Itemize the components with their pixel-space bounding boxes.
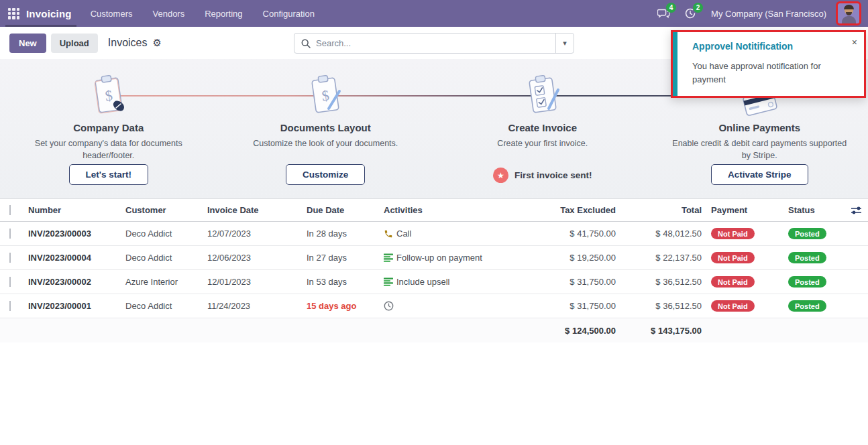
activities-badge: 2 [693, 3, 703, 13]
payment-status-badge: Not Paid [711, 276, 755, 288]
step-description: Enable credit & debit card payments supp… [669, 137, 850, 164]
cell-tax-excluded: $ 41,750.00 [517, 229, 617, 239]
row-checkbox[interactable] [9, 253, 11, 263]
col-tax-excluded[interactable]: Tax Excluded [517, 205, 617, 215]
activate-stripe-button[interactable]: Activate Stripe [711, 164, 808, 185]
col-invoice-date[interactable]: Invoice Date [206, 205, 305, 215]
invoice-row[interactable]: INV/2023/00004 Deco Addict 12/06/2023 In… [0, 246, 868, 270]
search-bar: ▾ [294, 33, 574, 54]
avatar-image [838, 3, 859, 23]
cell-number: INV/2023/00002 [27, 277, 124, 287]
step-title: Create Invoice [508, 122, 577, 133]
col-status[interactable]: Status [780, 205, 844, 215]
company-switcher[interactable]: My Company (San Francisco) [711, 9, 826, 19]
approval-notification-popup: Approvel Notitification × You have appro… [671, 30, 866, 98]
col-activities[interactable]: Activities [382, 205, 517, 215]
app-name[interactable]: Invoicing [26, 8, 72, 19]
step-done-label: First invoice sent! [514, 170, 592, 180]
onboarding-step-create-invoice: Create Invoice Create your first invoice… [434, 74, 651, 198]
clipboard-dollar-icon: $ [305, 74, 346, 117]
notification-close-icon[interactable]: × [852, 38, 857, 47]
payment-status-badge: Not Paid [711, 228, 755, 239]
payment-status-badge: Not Paid [711, 300, 755, 312]
view-settings-gear-icon[interactable]: ⚙ [153, 37, 162, 49]
col-total[interactable]: Total [617, 205, 703, 215]
cell-customer: Deco Addict [124, 301, 206, 311]
cell-total: $ 48,012.50 [617, 229, 703, 239]
messages-badge: 4 [666, 3, 676, 13]
step-done-badge: ★ First invoice sent! [493, 168, 592, 183]
search-input[interactable] [316, 38, 555, 48]
cell-activity[interactable]: Follow-up on payment [382, 253, 517, 263]
cell-number: INV/2023/00003 [27, 229, 124, 239]
status-badge: Posted [788, 228, 826, 239]
activity-label: Include upsell [396, 277, 450, 287]
cell-due-date: In 53 days [305, 277, 382, 287]
totals-row: $ 124,500.00 $ 143,175.00 [0, 318, 868, 342]
messages-icon[interactable]: 4 [655, 6, 672, 21]
onboarding-step-documents-layout: $ Documents Layout Customize the look of… [217, 74, 435, 198]
cell-invoice-date: 12/06/2023 [206, 253, 305, 263]
total-amount: $ 143,175.00 [617, 326, 703, 336]
search-dropdown-toggle[interactable]: ▾ [555, 34, 574, 53]
payment-status-badge: Not Paid [711, 252, 755, 263]
cell-tax-excluded: $ 31,750.00 [517, 277, 617, 287]
navbar-right: 4 2 My Company (San Francisco) [655, 1, 861, 25]
cell-activity[interactable]: Include upsell [382, 277, 517, 287]
invoice-row[interactable]: INV/2023/00003 Deco Addict 12/07/2023 In… [0, 222, 868, 246]
apps-grid-icon[interactable] [8, 8, 19, 19]
list-icon [384, 277, 393, 286]
cell-tax-excluded: $ 31,750.00 [517, 301, 617, 311]
optional-columns-icon[interactable] [851, 206, 862, 215]
clock-icon [384, 301, 394, 311]
step-description: Customize the look of your documents. [253, 137, 398, 164]
notification-body: You have approval notification for payme… [692, 60, 853, 86]
col-payment[interactable]: Payment [703, 205, 780, 215]
cell-number: INV/2023/00001 [27, 301, 124, 311]
onboarding-step-company-data: $ Company Data Set your company's data f… [0, 74, 217, 198]
list-icon [384, 253, 393, 262]
lets-start-button[interactable]: Let's start! [69, 164, 148, 185]
col-number[interactable]: Number [27, 205, 124, 215]
menu-customers[interactable]: Customers [89, 6, 134, 21]
col-due-date[interactable]: Due Date [305, 205, 382, 215]
menu-reporting[interactable]: Reporting [203, 6, 243, 21]
row-checkbox[interactable] [9, 301, 11, 311]
cell-due-date: In 27 days [305, 253, 382, 263]
cell-invoice-date: 12/01/2023 [206, 277, 305, 287]
step-title: Online Payments [718, 122, 800, 133]
clipboard-checklist-icon [522, 74, 563, 117]
activity-label: Follow-up on payment [396, 253, 482, 263]
cell-due-date-overdue: 15 days ago [305, 301, 382, 311]
upload-button[interactable]: Upload [51, 34, 98, 53]
total-tax-excluded: $ 124,500.00 [517, 326, 617, 336]
select-all-checkbox[interactable] [9, 205, 11, 215]
cell-tax-excluded: $ 19,250.00 [517, 253, 617, 263]
invoice-row[interactable]: INV/2023/00001 Deco Addict 11/24/2023 15… [0, 294, 868, 318]
table-header-row: Number Customer Invoice Date Due Date Ac… [0, 199, 868, 222]
activity-label: Call [396, 229, 411, 239]
status-badge: Posted [788, 276, 826, 288]
invoice-list: Number Customer Invoice Date Due Date Ac… [0, 199, 868, 342]
cell-total: $ 22,137.50 [617, 253, 703, 263]
activities-icon[interactable]: 2 [682, 6, 699, 21]
row-checkbox[interactable] [9, 229, 11, 239]
cell-invoice-date: 12/07/2023 [206, 229, 305, 239]
invoice-row[interactable]: INV/2023/00002 Azure Interior 12/01/2023… [0, 270, 868, 294]
customize-button[interactable]: Customize [286, 164, 365, 185]
step-description: Create your first invoice. [497, 137, 588, 164]
menu-configuration[interactable]: Configuration [262, 6, 316, 21]
row-checkbox[interactable] [9, 277, 11, 287]
new-button[interactable]: New [9, 34, 46, 53]
top-navbar: Invoicing Customers Vendors Reporting Co… [0, 0, 868, 27]
col-customer[interactable]: Customer [124, 205, 206, 215]
star-icon: ★ [493, 168, 508, 183]
clipboard-dollar-icon: $ [88, 74, 129, 117]
phone-icon [384, 229, 393, 239]
cell-customer: Deco Addict [124, 253, 206, 263]
menu-vendors[interactable]: Vendors [152, 6, 186, 21]
cell-activity[interactable] [382, 301, 517, 311]
cell-activity[interactable]: Call [382, 229, 517, 239]
user-avatar[interactable] [836, 1, 861, 25]
main-menu: Customers Vendors Reporting Configuratio… [89, 6, 316, 21]
